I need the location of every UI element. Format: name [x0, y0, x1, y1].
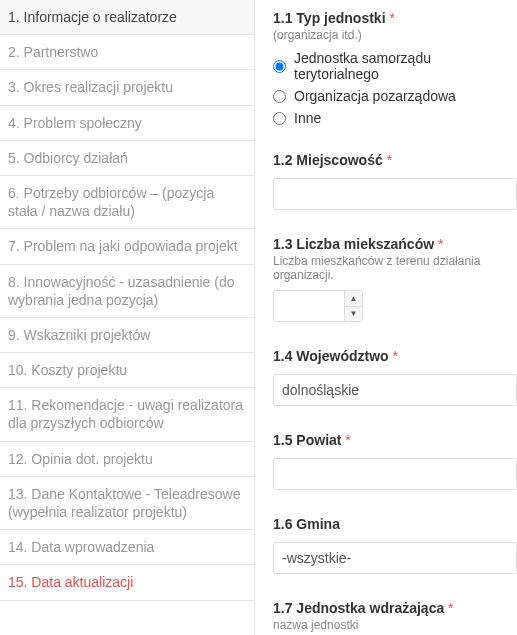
sidebar-item-10[interactable]: 10. Koszty projektu — [0, 353, 254, 388]
locality-input[interactable] — [273, 178, 517, 210]
field-unit-type: 1.1 Typ jednostki * (organizacja itd.) J… — [273, 10, 517, 126]
field-county: 1.5 Powiat * — [273, 432, 517, 490]
radio-label-0: Jednostka samorządu terytorialnego — [294, 50, 517, 82]
sidebar-item-12[interactable]: 12. Opinia dot. projektu — [0, 442, 254, 477]
sidebar-item-14[interactable]: 14. Data wprowadzenia — [0, 530, 254, 565]
radio-unit-type-1[interactable] — [273, 90, 286, 103]
sidebar-item-3[interactable]: 3. Okres realizacji projektu — [0, 70, 254, 105]
field-locality: 1.2 Miejscowość * — [273, 152, 517, 210]
sub-population: Liczba mieszkańców z terenu działania or… — [273, 254, 517, 282]
field-voivodeship: 1.4 Województwo * — [273, 348, 517, 406]
sidebar-item-9[interactable]: 9. Wskażniki projektów — [0, 318, 254, 353]
spin-up-icon[interactable]: ▲ — [345, 291, 362, 307]
label-unit-type: 1.1 Typ jednostki * — [273, 10, 517, 26]
label-commune: 1.6 Gmina — [273, 516, 517, 532]
label-county: 1.5 Powiat * — [273, 432, 517, 448]
sidebar-item-1[interactable]: 1. Informacje o realizatorze — [0, 0, 254, 35]
field-commune: 1.6 Gmina — [273, 516, 517, 574]
field-population: 1.3 Liczba miekszańców * Liczba mieszkań… — [273, 236, 517, 322]
sidebar-item-13[interactable]: 13. Dane Kontaktowe - Teleadresowe (wype… — [0, 477, 254, 530]
field-implementing-unit: 1.7 Jednostka wdrażająca * nazwa jednost… — [273, 600, 517, 632]
radio-unit-type-0[interactable] — [273, 60, 286, 73]
radio-row-0: Jednostka samorządu terytorialnego — [273, 50, 517, 82]
sidebar-item-6[interactable]: 6. Potrzeby odbiorców – (pozycja stała /… — [0, 176, 254, 229]
sub-unit-type: (organizacja itd.) — [273, 28, 517, 42]
sidebar-item-8[interactable]: 8. Innowacyjność - uzasadnienie (do wybr… — [0, 265, 254, 318]
label-population: 1.3 Liczba miekszańców * — [273, 236, 517, 252]
county-input[interactable] — [273, 458, 517, 490]
sidebar-item-15[interactable]: 15. Data aktualizacji — [0, 565, 254, 600]
sidebar-item-5[interactable]: 5. Odbiorcy działań — [0, 141, 254, 176]
label-voivodeship: 1.4 Województwo * — [273, 348, 517, 364]
voivodeship-input[interactable] — [273, 374, 517, 406]
label-locality: 1.2 Miejscowość * — [273, 152, 517, 168]
sidebar-item-7[interactable]: 7. Problem na jaki odpowiada projekt — [0, 229, 254, 264]
form-panel: 1.1 Typ jednostki * (organizacja itd.) J… — [255, 0, 517, 635]
radio-unit-type-2[interactable] — [273, 112, 286, 125]
sub-implementing-unit: nazwa jednostki — [273, 618, 517, 632]
label-implementing-unit: 1.7 Jednostka wdrażająca * — [273, 600, 517, 616]
sidebar-item-11[interactable]: 11. Rekomendacje - uwagi realizatora dla… — [0, 388, 254, 441]
sidebar-item-4[interactable]: 4. Problem społeczny — [0, 106, 254, 141]
radio-label-2: Inne — [294, 110, 321, 126]
radio-row-1: Organizacja pozarządowa — [273, 88, 517, 104]
radio-label-1: Organizacja pozarządowa — [294, 88, 456, 104]
radio-row-2: Inne — [273, 110, 517, 126]
sidebar: 1. Informacje o realizatorze2. Partnerst… — [0, 0, 255, 635]
sidebar-item-2[interactable]: 2. Partnerstwo — [0, 35, 254, 70]
spin-down-icon[interactable]: ▼ — [345, 307, 362, 322]
population-spinner: ▲ ▼ — [344, 291, 362, 321]
commune-input[interactable] — [273, 542, 517, 574]
